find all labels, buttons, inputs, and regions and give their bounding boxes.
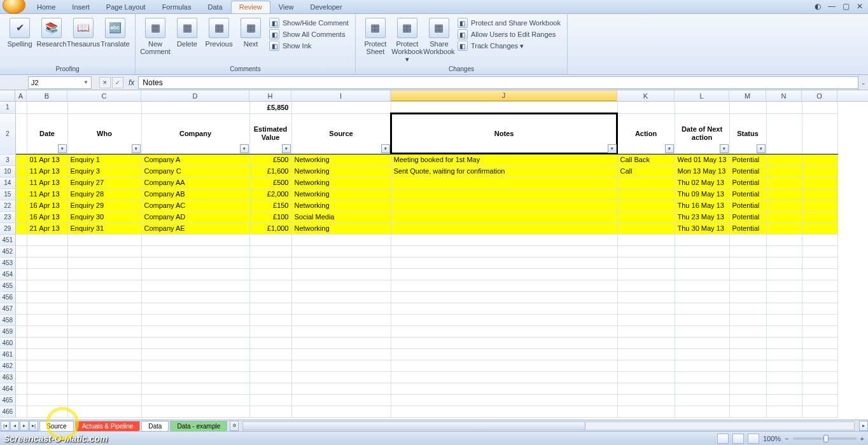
cell[interactable] [766,406,802,417]
cell[interactable] [766,280,802,291]
research-button[interactable]: 📚Research [36,17,67,48]
cell[interactable] [27,325,67,337]
cell[interactable] [141,268,249,280]
zoom-in-icon[interactable]: + [860,435,864,442]
cell[interactable] [675,325,729,337]
cell[interactable]: Enquiry 31 [67,222,141,234]
cell[interactable] [15,113,27,154]
cell[interactable] [675,383,729,394]
prev-sheet-icon[interactable]: ◂ [10,421,19,431]
cell[interactable] [141,234,249,245]
row-header[interactable]: 3 [0,154,15,165]
row-header[interactable]: 1 [0,102,15,113]
filter-button[interactable] [608,144,617,153]
ribbon-tab-page-layout[interactable]: Page Layout [98,1,154,13]
cell[interactable] [729,314,766,325]
cell[interactable] [15,234,27,245]
cancel-formula-icon[interactable]: ✕ [99,77,111,88]
cell[interactable]: Sent Quote, waiting for confirmation [391,165,617,177]
cell[interactable] [766,348,802,360]
cell[interactable] [766,234,802,245]
cell[interactable] [391,314,617,325]
ribbon-tab-formulas[interactable]: Formulas [154,1,200,13]
column-header-K[interactable]: K [617,90,675,101]
cell[interactable]: 01 Apr 13 [27,154,67,165]
cell[interactable]: Thu 02 May 13 [675,177,729,188]
cell[interactable] [729,371,766,383]
cell[interactable] [802,154,837,165]
cell[interactable] [141,303,249,314]
show-ink-button[interactable]: ◧Show Ink [269,41,349,51]
cell[interactable] [249,280,291,291]
new-sheet-icon[interactable]: ✲ [230,421,239,431]
cell[interactable] [15,394,27,406]
cell[interactable]: Action [617,113,675,154]
cell[interactable] [27,245,67,257]
cell[interactable] [141,325,249,337]
cell[interactable] [249,325,291,337]
track-changes--button[interactable]: ◧Track Changes ▾ [458,41,561,51]
next-button[interactable]: ▦Next [235,17,267,55]
cell[interactable]: £500 [249,154,291,165]
cell[interactable] [249,268,291,280]
cell[interactable] [617,360,675,371]
cell[interactable] [766,222,802,234]
cell[interactable]: Potential [729,188,766,200]
cell[interactable]: Wed 01 May 13 [675,154,729,165]
cell[interactable]: Company AD [141,211,249,222]
cell[interactable] [27,257,67,268]
formula-input[interactable]: Notes [138,76,858,89]
cell[interactable] [27,371,67,383]
cell[interactable] [766,245,802,257]
cell[interactable] [249,291,291,303]
cell[interactable]: Enquiry 28 [67,188,141,200]
cell[interactable] [617,268,675,280]
next-sheet-icon[interactable]: ▸ [20,421,29,431]
column-header-N[interactable]: N [766,90,802,101]
column-header-D[interactable]: D [141,90,249,101]
cell[interactable]: Company [141,113,249,154]
cell[interactable] [391,211,617,222]
cell[interactable] [802,314,837,325]
cell[interactable] [729,406,766,417]
cell[interactable] [802,268,837,280]
cell[interactable]: £100 [249,211,291,222]
cell[interactable] [291,406,391,417]
cell[interactable] [291,268,391,280]
column-header-L[interactable]: L [675,90,729,101]
filter-button[interactable] [58,144,67,153]
cell[interactable] [391,303,617,314]
cell[interactable] [729,360,766,371]
column-header-C[interactable]: C [67,90,141,101]
cell[interactable] [729,348,766,360]
cell[interactable] [291,314,391,325]
cell[interactable] [766,291,802,303]
name-box[interactable]: J2 ▼ [28,76,92,89]
cell[interactable] [141,257,249,268]
cell[interactable] [675,303,729,314]
cell[interactable]: Enquiry 27 [67,177,141,188]
cell[interactable] [291,257,391,268]
cell[interactable] [291,337,391,348]
row-header[interactable]: 456 [0,291,15,303]
cell[interactable] [729,245,766,257]
cell[interactable] [617,337,675,348]
row-header[interactable]: 452 [0,245,15,257]
cell[interactable] [391,102,617,113]
cell[interactable] [67,348,141,360]
cell[interactable]: Networking [291,222,391,234]
cell[interactable] [766,257,802,268]
cell[interactable]: Company AA [141,177,249,188]
cell[interactable] [675,268,729,280]
cell[interactable] [802,188,837,200]
cell[interactable] [802,303,837,314]
help-icon[interactable]: ◐ [813,2,822,11]
zoom-level[interactable]: 100% [763,435,781,442]
cell[interactable] [67,337,141,348]
cell[interactable]: Networking [291,154,391,165]
cell[interactable]: Date of Next action [675,113,729,154]
cell[interactable] [291,245,391,257]
cell[interactable] [617,200,675,211]
cell[interactable] [15,303,27,314]
cell[interactable] [391,245,617,257]
